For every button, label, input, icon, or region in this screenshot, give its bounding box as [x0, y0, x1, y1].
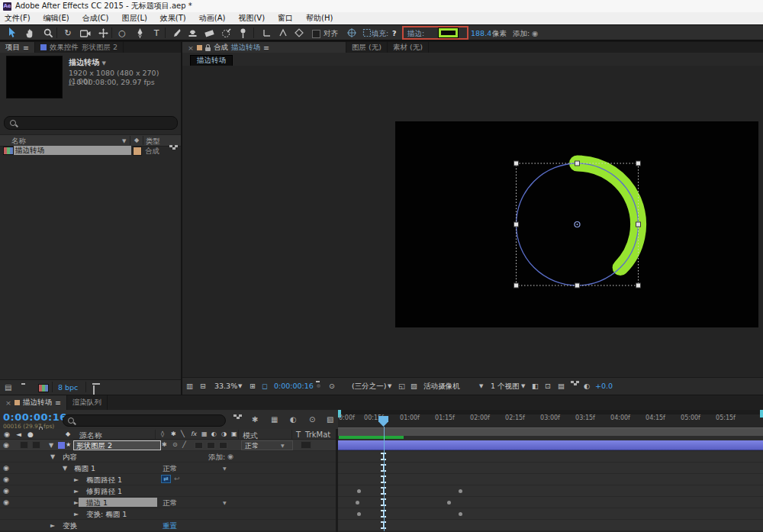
- adjustment-switch-icon[interactable]: ◑: [221, 430, 227, 437]
- dropdown-arrow-icon[interactable]: ▼: [223, 466, 227, 471]
- panel-menu-icon[interactable]: ≡: [263, 44, 269, 52]
- pixel-aspect-icon[interactable]: ⊡: [545, 382, 551, 390]
- solo-box[interactable]: [20, 441, 28, 449]
- layer-label-chip[interactable]: [58, 442, 65, 449]
- timeline-track-transform[interactable]: [338, 520, 763, 531]
- tab-layer[interactable]: 图层 (无): [346, 42, 388, 53]
- frame-blend-switch-icon[interactable]: ▦: [201, 430, 208, 437]
- hand-tool-icon[interactable]: [23, 27, 37, 39]
- trkmat-box[interactable]: [301, 441, 311, 449]
- tab-project[interactable]: 项目 ≡: [0, 42, 35, 53]
- tab-timeline-comp[interactable]: × 描边转场 ≡: [0, 395, 67, 410]
- puppet-pin-tool-icon[interactable]: [236, 27, 250, 39]
- comp-navigator-chip[interactable]: 描边转场: [190, 55, 233, 66]
- view-layout-value[interactable]: 1 个视图: [491, 382, 520, 392]
- switch-box[interactable]: [207, 442, 215, 449]
- keyframe[interactable]: [357, 489, 361, 493]
- timeline-row-shape-layer-2[interactable]: ◉▼★形状图层 2✱⊙╱正常▼: [0, 440, 336, 451]
- menu-item[interactable]: 图层(L): [121, 13, 146, 24]
- timeline-track-transform-ellipse-1[interactable]: [338, 508, 763, 520]
- local-axis-mode-icon[interactable]: [260, 27, 274, 39]
- menu-item[interactable]: 窗口: [278, 13, 293, 24]
- property-name[interactable]: 变换: 椭圆 1: [86, 510, 127, 520]
- camera-tool-icon[interactable]: [79, 27, 92, 39]
- lock-icon[interactable]: [205, 47, 211, 51]
- project-search-input[interactable]: [4, 116, 178, 130]
- navigator-end-handle[interactable]: [760, 410, 763, 418]
- magnification-dropdown-icon[interactable]: ▼: [238, 383, 242, 389]
- pan-behind-tool-icon[interactable]: [96, 27, 110, 39]
- add-menu-icon[interactable]: ◉: [227, 453, 233, 460]
- rotate-tool-icon[interactable]: ↻: [61, 27, 75, 39]
- magnification-value[interactable]: 33.3%: [214, 382, 237, 390]
- blend-mode-value[interactable]: 正常: [163, 464, 177, 474]
- timeline-row-transform[interactable]: ►变换重置: [0, 520, 336, 531]
- resolution-dropdown-icon[interactable]: ▼: [388, 383, 391, 389]
- switch-box[interactable]: [219, 442, 227, 449]
- menu-item[interactable]: 合成(C): [82, 13, 109, 24]
- close-icon[interactable]: ×: [188, 44, 194, 52]
- project-item-name[interactable]: 描边转场: [14, 146, 131, 155]
- exposure-icon[interactable]: ◐: [584, 382, 590, 390]
- stroke-color-swatch[interactable]: [439, 28, 458, 37]
- eye-toggle[interactable]: ◉: [3, 487, 9, 495]
- view-axis-mode-icon[interactable]: [292, 27, 306, 39]
- sort-arrow-icon[interactable]: ▼: [122, 138, 126, 144]
- stroke-width-value[interactable]: 188.4: [471, 29, 491, 37]
- eye-toggle[interactable]: ◉: [3, 498, 9, 506]
- always-preview-icon[interactable]: ▥: [186, 382, 193, 390]
- timeline-row-stroke-1[interactable]: ◉►描边 1正常▼: [0, 497, 336, 508]
- reverse-path-toggle[interactable]: ⇄: [161, 475, 171, 483]
- switch-box[interactable]: [195, 442, 203, 449]
- roto-brush-tool-icon[interactable]: [219, 27, 233, 39]
- twirl-open-icon[interactable]: ▼: [50, 453, 55, 460]
- collapse-switch-icon[interactable]: ✱: [162, 441, 167, 448]
- menu-item[interactable]: 动画(A): [199, 13, 226, 24]
- layer-name-input[interactable]: 形状图层 2: [73, 440, 161, 450]
- menu-item[interactable]: 视图(V): [238, 13, 265, 24]
- keyframe[interactable]: [356, 501, 359, 505]
- property-name[interactable]: 变换: [63, 521, 77, 531]
- trkmat-column[interactable]: TrkMat: [305, 430, 330, 439]
- graph-editor-icon[interactable]: ▧: [327, 415, 333, 424]
- timeline-row-contents[interactable]: ▼内容添加:◉: [0, 451, 336, 463]
- mask-visibility-icon[interactable]: [345, 27, 359, 39]
- bpc-button[interactable]: 8 bpc: [58, 383, 78, 392]
- property-name[interactable]: 修剪路径 1: [86, 487, 122, 497]
- green-stroke-arc[interactable]: [578, 163, 639, 268]
- current-time-display[interactable]: 0:00:00:16: [3, 411, 67, 423]
- cont-raster-icon[interactable]: ⊙: [172, 441, 178, 448]
- keyframe[interactable]: [459, 512, 462, 516]
- path-direction-icon[interactable]: ↩: [174, 475, 180, 482]
- quality-switch-icon[interactable]: ╱: [182, 441, 186, 448]
- camera-dropdown-icon[interactable]: ▼: [479, 383, 483, 389]
- mask-visibility-toggle-icon[interactable]: ◻: [262, 382, 268, 390]
- transparency-grid-icon[interactable]: ▨: [410, 382, 417, 390]
- label-column-icon[interactable]: ◆: [66, 430, 70, 437]
- add-menu-icon[interactable]: ◉: [532, 29, 538, 37]
- motion-blur-icon[interactable]: ⊙: [309, 415, 315, 424]
- snap-checkbox[interactable]: [312, 30, 320, 38]
- project-item-row[interactable]: 描边转场 合成: [0, 145, 181, 156]
- timeline-track-shape-layer-2[interactable]: [338, 440, 763, 451]
- type-tool-icon[interactable]: T: [150, 27, 163, 39]
- twirl-closed-icon[interactable]: ►: [74, 511, 79, 517]
- panel-menu-icon[interactable]: ≡: [23, 44, 29, 52]
- twirl-closed-icon[interactable]: ►: [74, 476, 79, 483]
- fast-previews-icon[interactable]: ▤: [558, 382, 565, 390]
- twirl-open-icon[interactable]: ▼: [63, 465, 67, 472]
- blend-mode-dropdown[interactable]: 正常: [241, 440, 293, 450]
- dropdown-arrow-icon[interactable]: ▼: [281, 443, 285, 448]
- eye-toggle[interactable]: ◉: [3, 476, 9, 483]
- lock-box[interactable]: [32, 441, 40, 449]
- keyframe[interactable]: [459, 489, 462, 493]
- timeline-track-ellipse-1[interactable]: [338, 463, 763, 474]
- shy-switch-icon[interactable]: ◊: [161, 430, 164, 437]
- timeline-row-trim-paths-1[interactable]: ◉►修剪路径 1: [0, 485, 336, 497]
- active-camera-value[interactable]: 活动摄像机: [423, 382, 460, 392]
- video-column-icon[interactable]: ◉: [4, 430, 10, 438]
- timeline-row-transform-ellipse-1[interactable]: ►变换: 椭圆 1: [0, 508, 336, 520]
- label-color-swatch[interactable]: [133, 147, 142, 156]
- timeline-track-stroke-1[interactable]: [338, 497, 763, 508]
- tab-effect-controls[interactable]: 效果控件 形状图层 2: [35, 42, 124, 53]
